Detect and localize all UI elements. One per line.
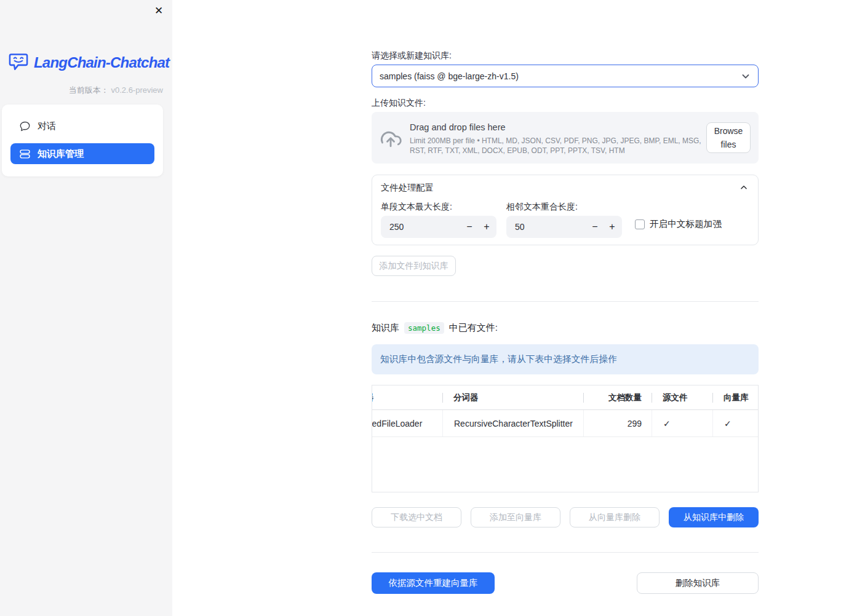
zh-title-enhance-label: 开启中文标题加强 [650, 218, 722, 230]
rebuild-vector-store-button[interactable]: 依据源文件重建向量库 [372, 572, 495, 594]
cell-splitter: RecursiveCharacterTextSplitter [442, 410, 583, 436]
column-header-splitter: 分词器 [442, 385, 583, 409]
info-alert: 知识库中包含源文件与向量库，请从下表中选择文件后操作 [372, 344, 759, 374]
kb-files-heading: 知识库 samples 中已有文件: [372, 322, 498, 334]
app-window: ✕ LangChain-Chatchat 当前版本： v0.2.6-previe… [0, 0, 849, 616]
kb-select-value: samples (faiss @ bge-large-zh-v1.5) [380, 71, 741, 81]
kb-select-dropdown[interactable]: samples (faiss @ bge-large-zh-v1.5) [372, 65, 759, 87]
zh-title-enhance-checkbox[interactable] [635, 219, 645, 229]
delete-from-vector-store-button[interactable]: 从向量库删除 [570, 507, 660, 527]
sidebar-menu: 对话 知识库管理 [2, 105, 163, 176]
kb-files-suffix: 中已有文件: [449, 322, 498, 334]
add-files-button[interactable]: 添加文件到知识库 [372, 256, 456, 276]
kb-select-label: 请选择或新建知识库: [372, 50, 452, 61]
delete-kb-button[interactable]: 删除知识库 [637, 572, 759, 594]
kb-name-code: samples [404, 322, 444, 334]
column-header-source-file: 源文件 [652, 385, 712, 409]
chevron-down-icon [741, 71, 751, 81]
delete-from-kb-button[interactable]: 从知识库中删除 [669, 507, 759, 527]
upload-cloud-icon [378, 128, 403, 148]
logo-text: LangChain-Chatchat [34, 54, 169, 71]
increment-button[interactable]: + [479, 216, 494, 238]
decrement-button[interactable]: − [462, 216, 477, 238]
column-header-vector-store: 向量库 [712, 385, 759, 409]
table-header-row: 文档加载器 分词器 文档数量 源文件 向量库 [372, 385, 759, 410]
sidebar-item-label: 对话 [38, 120, 56, 132]
expander-title: 文件处理配置 [381, 182, 434, 194]
increment-button[interactable]: + [605, 216, 620, 238]
logo-chat-bubble-icon [7, 52, 30, 73]
cell-vector-check: ✓ [712, 410, 759, 436]
cell-loader: UnstructuredFileLoader [372, 410, 442, 436]
kb-files-prefix: 知识库 [372, 322, 399, 334]
sidebar-item-knowledge-base[interactable]: 知识库管理 [10, 143, 154, 164]
chat-icon [20, 121, 30, 132]
add-to-vector-store-button[interactable]: 添加至向量库 [471, 507, 560, 527]
knowledge-base-icon [20, 149, 30, 159]
app-logo: LangChain-Chatchat [7, 52, 169, 73]
overlap-value: 50 [515, 216, 525, 238]
chunk-size-label: 单段文本最大长度: [381, 202, 452, 213]
decrement-button[interactable]: − [588, 216, 602, 238]
cell-doc-count: 299 [583, 410, 652, 436]
close-icon[interactable]: ✕ [152, 4, 165, 17]
chevron-up-icon[interactable] [739, 183, 748, 192]
overlap-label: 相邻文本重合长度: [506, 202, 578, 213]
download-selected-button[interactable]: 下载选中文档 [372, 507, 461, 527]
divider [372, 552, 759, 553]
table-row[interactable]: UnstructuredFileLoader RecursiveCharacte… [372, 410, 759, 437]
chunk-size-value: 250 [389, 216, 404, 238]
cell-source-check: ✓ [652, 410, 712, 436]
browse-files-button[interactable]: Browse files [706, 122, 751, 153]
kb-files-table[interactable]: 文档加载器 分词器 文档数量 源文件 向量库 UnstructuredFileL… [372, 385, 759, 492]
overlap-input[interactable]: 50 − + [506, 216, 622, 238]
file-config-expander[interactable]: 文件处理配置 单段文本最大长度: 250 − + 相邻文本重合长度: 50 − … [372, 175, 759, 245]
dropzone-title: Drag and drop files here [410, 122, 506, 132]
chunk-size-input[interactable]: 250 − + [381, 216, 496, 238]
column-header-loader: 文档加载器 [372, 385, 442, 409]
dropzone-limit-text: Limit 200MB per file • HTML, MD, JSON, C… [410, 136, 704, 156]
divider [372, 301, 759, 302]
info-alert-text: 知识库中包含源文件与向量库，请从下表中选择文件后操作 [380, 353, 617, 365]
column-header-doc-count: 文档数量 [583, 385, 652, 409]
version-text: 当前版本： v0.2.6-preview [69, 85, 163, 96]
version-label: 当前版本： [69, 85, 109, 95]
file-dropzone[interactable]: Drag and drop files here Limit 200MB per… [372, 112, 759, 164]
sidebar: ✕ LangChain-Chatchat 当前版本： v0.2.6-previe… [0, 0, 172, 616]
sidebar-item-chat[interactable]: 对话 [10, 116, 154, 136]
upload-label: 上传知识文件: [372, 98, 426, 109]
sidebar-item-label: 知识库管理 [38, 148, 84, 160]
version-value: v0.2.6-preview [111, 85, 163, 95]
